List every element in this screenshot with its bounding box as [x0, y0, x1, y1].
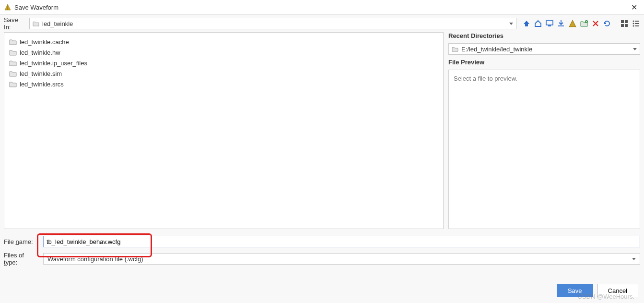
list-view-icon[interactable] — [632, 19, 640, 28]
list-item[interactable]: led_twinkle.cache — [8, 36, 439, 47]
file-name: led_twinkle.hw — [20, 49, 60, 56]
folder-icon — [452, 46, 458, 52]
svg-rect-1 — [548, 25, 551, 26]
refresh-icon[interactable] — [603, 19, 611, 28]
save-button[interactable]: Save — [557, 284, 593, 297]
folder-icon — [9, 70, 17, 77]
list-item[interactable]: led_twinkle.sim — [8, 68, 439, 79]
file-name-input[interactable] — [43, 236, 640, 247]
file-preview-title: File Preview — [448, 59, 640, 66]
svg-rect-8 — [635, 21, 639, 22]
right-column: Recent Directories E:/led_twinkle/led_tw… — [448, 32, 640, 229]
svg-point-11 — [633, 25, 634, 27]
preview-placeholder: Select a file to preview. — [454, 75, 517, 82]
file-name-label: File name: — [4, 238, 38, 245]
folder-icon — [9, 38, 17, 45]
save-in-combo[interactable]: led_twinkle — [29, 18, 516, 29]
close-icon[interactable]: ✕ — [628, 2, 640, 13]
folder-icon — [9, 60, 17, 66]
download-icon[interactable] — [557, 19, 565, 28]
files-of-type-label: Files of type: — [4, 252, 38, 266]
svg-rect-12 — [635, 25, 639, 26]
main-content: led_twinkle.cache led_twinkle.hw led_twi… — [0, 32, 644, 229]
svg-point-9 — [633, 23, 634, 24]
file-list-pane: led_twinkle.cache led_twinkle.hw led_twi… — [4, 32, 444, 229]
folder-icon — [33, 21, 39, 26]
recent-dirs-combo[interactable]: E:/led_twinkle/led_twinkle — [448, 43, 640, 55]
files-of-type-combo[interactable]: Waveform configuration file (.wcfg) — [43, 253, 640, 265]
svg-point-7 — [633, 21, 634, 22]
svg-rect-5 — [621, 24, 624, 27]
desktop-icon[interactable] — [545, 19, 554, 28]
recent-dirs-title: Recent Directories — [448, 32, 640, 39]
chevron-down-icon — [509, 23, 513, 25]
list-item[interactable]: led_twinkle.srcs — [8, 79, 439, 89]
cancel-button[interactable]: Cancel — [597, 284, 638, 297]
svg-rect-6 — [625, 24, 628, 27]
vivado-icon[interactable] — [568, 19, 577, 28]
save-in-label: Save In: — [4, 16, 25, 31]
chevron-down-icon — [633, 48, 637, 50]
home-icon[interactable] — [534, 19, 542, 28]
up-icon[interactable] — [522, 19, 531, 28]
list-item[interactable]: led_twinkle.ip_user_files — [8, 58, 439, 68]
window-title: Save Waveform — [14, 4, 59, 11]
toolbar-icons — [522, 19, 640, 28]
dialog-buttons: Save Cancel — [557, 284, 638, 297]
delete-icon[interactable] — [591, 19, 600, 28]
titlebar: Save Waveform ✕ — [0, 0, 644, 14]
app-icon — [4, 3, 12, 11]
chevron-down-icon — [632, 258, 636, 260]
list-item[interactable]: led_twinkle.hw — [8, 47, 439, 58]
save-in-row: Save In: led_twinkle — [0, 15, 644, 32]
svg-rect-3 — [621, 20, 624, 23]
svg-rect-0 — [546, 21, 553, 25]
files-of-type-value: Waveform configuration file (.wcfg) — [47, 255, 632, 263]
save-in-value: led_twinkle — [42, 20, 509, 27]
svg-rect-10 — [635, 23, 639, 24]
folder-icon — [9, 49, 17, 56]
file-name: led_twinkle.ip_user_files — [20, 60, 87, 67]
grid-view-icon[interactable] — [620, 19, 629, 28]
file-name: led_twinkle.sim — [20, 70, 62, 77]
recent-dirs-value: E:/led_twinkle/led_twinkle — [461, 46, 633, 53]
bottom-form: File name: Files of type: Waveform confi… — [0, 229, 644, 267]
new-folder-icon[interactable] — [580, 19, 588, 28]
folder-icon — [9, 81, 17, 87]
svg-rect-4 — [625, 20, 628, 23]
file-name: led_twinkle.cache — [20, 38, 69, 46]
file-name: led_twinkle.srcs — [20, 81, 64, 88]
file-preview-pane: Select a file to preview. — [448, 70, 640, 229]
